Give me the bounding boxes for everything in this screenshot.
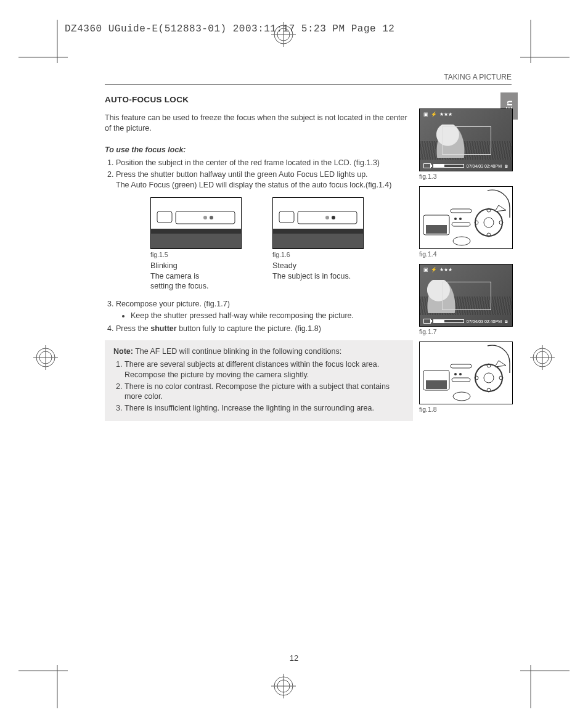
figure-1-5-caption: fig.1.5 [150, 250, 240, 259]
figure-1-6-line2: The subject is in focus. [272, 271, 362, 282]
quality-stars: ★★★ [439, 112, 452, 117]
svg-point-35 [332, 216, 335, 219]
camera-icon: ▣ [423, 112, 428, 117]
timestamp: 07/04/03 02:40PM [467, 164, 502, 168]
figure-1-7: ▣ ⚡ ★★★ 07/04/03 02:40PM 🗎 fig.1.7 [419, 264, 512, 335]
step-4-c: button fully to capture the picture. (fi… [177, 324, 321, 333]
svg-rect-26 [157, 211, 172, 223]
svg-rect-30 [273, 229, 363, 234]
step-2: Press the shutter button halfway until t… [116, 170, 413, 190]
figure-1-7-caption: fig.1.7 [419, 328, 512, 335]
step-3-text: Recompose your picture. (fig.1.7) [116, 300, 230, 308]
svg-point-53 [459, 373, 462, 375]
svg-rect-37 [426, 225, 447, 234]
figure-1-4-caption: fig.1.4 [419, 250, 512, 258]
page-number: 12 [290, 653, 298, 663]
figure-1-5: fig.1.5 Blinking The camera is setting t… [150, 197, 240, 292]
flash-icon: ⚡ [431, 112, 437, 117]
steps-list-b: Recompose your picture. (fig.1.7) Keep t… [105, 299, 413, 334]
svg-rect-25 [151, 234, 241, 248]
figure-1-4-image [419, 186, 513, 249]
figure-1-6-caption: fig.1.6 [272, 250, 362, 259]
figure-1-6-image [272, 197, 364, 249]
svg-point-42 [475, 209, 502, 236]
print-slug: DZ4360 UGuide-E(512883-01) 2003:11:17 5:… [65, 23, 394, 35]
step-4-a: Press the [116, 324, 150, 333]
figure-1-3-image: ▣ ⚡ ★★★ 07/04/03 02:40PM 🗎 [419, 108, 513, 171]
svg-point-55 [475, 364, 502, 391]
figure-1-8-caption: fig.1.8 [419, 406, 512, 413]
camera-icon: ▣ [423, 267, 428, 272]
note-3: There is insufficient lighting. Increase… [125, 403, 404, 414]
step-4: Press the shutter button fully to captur… [116, 324, 413, 334]
note-lead: Note: The AF LED will continue blinking … [113, 346, 404, 357]
step-2-line1: Press the shutter button halfway until t… [116, 170, 368, 179]
body-text: AUTO-FOCUS LOCK This feature can be used… [105, 94, 413, 421]
svg-rect-24 [151, 229, 241, 234]
step-1: Position the subject in the center of th… [116, 158, 413, 168]
memory-bar [433, 164, 464, 168]
step-3-sublist: Keep the shutter pressed half-way while … [116, 311, 413, 321]
section-heading: AUTO-FOCUS LOCK [105, 94, 413, 105]
figure-1-3-caption: fig.1.3 [419, 173, 512, 180]
step-3-sub: Keep the shutter pressed half-way while … [131, 311, 413, 321]
figure-1-6-line1: Steady [272, 261, 362, 271]
quality-stars: ★★★ [439, 267, 452, 272]
figure-1-8: fig.1.8 [419, 342, 512, 413]
figure-1-5-line3: setting the focus. [150, 281, 240, 292]
svg-rect-32 [279, 211, 294, 223]
step-4-b: shutter [150, 324, 176, 333]
memory-bar [433, 319, 464, 323]
battery-icon [423, 163, 431, 168]
note-box: Note: The AF LED will continue blinking … [105, 340, 413, 421]
svg-point-56 [484, 373, 494, 383]
steps-list-a: Position the subject in the center of th… [105, 158, 413, 190]
svg-rect-41 [452, 223, 470, 226]
figure-1-4: fig.1.4 [419, 186, 512, 258]
figure-1-7-image: ▣ ⚡ ★★★ 07/04/03 02:40PM 🗎 [419, 264, 513, 327]
svg-point-34 [325, 216, 329, 219]
note-list: There are several subjects at different … [113, 359, 404, 414]
figure-1-5-image [150, 197, 242, 249]
svg-rect-38 [451, 209, 472, 213]
svg-point-29 [210, 216, 213, 219]
running-header: TAKING A PICTURE [105, 73, 512, 84]
step-2-line2: The Auto Focus (green) LED will display … [116, 181, 391, 189]
figure-1-5-line1: Blinking [150, 261, 240, 271]
inline-figures: fig.1.5 Blinking The camera is setting t… [150, 197, 413, 292]
svg-rect-50 [426, 380, 447, 389]
figure-column: ▣ ⚡ ★★★ 07/04/03 02:40PM 🗎 fig.1.3 [419, 108, 512, 419]
svg-point-52 [454, 373, 457, 375]
step-3: Recompose your picture. (fig.1.7) Keep t… [116, 299, 413, 321]
figure-1-3: ▣ ⚡ ★★★ 07/04/03 02:40PM 🗎 fig.1.3 [419, 108, 512, 180]
battery-icon [423, 319, 431, 324]
svg-rect-51 [451, 364, 472, 368]
note-2: There is no color contrast. Recompose th… [125, 382, 404, 403]
svg-point-28 [203, 216, 207, 219]
svg-point-61 [453, 392, 470, 401]
svg-point-43 [484, 218, 494, 227]
svg-point-48 [453, 237, 470, 245]
flash-icon: ⚡ [431, 267, 437, 272]
svg-rect-54 [452, 378, 470, 382]
subheading: To use the focus lock: [105, 145, 413, 155]
svg-rect-31 [273, 234, 363, 248]
note-1: There are several subjects at different … [125, 359, 404, 380]
figure-1-8-image [419, 342, 513, 404]
svg-point-40 [459, 218, 462, 220]
note-label: Note: [113, 347, 133, 356]
figure-1-6: fig.1.6 Steady The subject is in focus. [272, 197, 362, 292]
card-icon: 🗎 [504, 164, 508, 168]
svg-point-39 [454, 218, 457, 220]
timestamp: 07/04/03 02:40PM [467, 319, 502, 324]
note-lead-text: The AF LED will continue blinking in the… [133, 347, 341, 356]
intro-paragraph: This feature can be used to freeze the f… [105, 113, 413, 134]
card-icon: 🗎 [504, 319, 508, 324]
figure-1-5-line2: The camera is [150, 271, 240, 282]
